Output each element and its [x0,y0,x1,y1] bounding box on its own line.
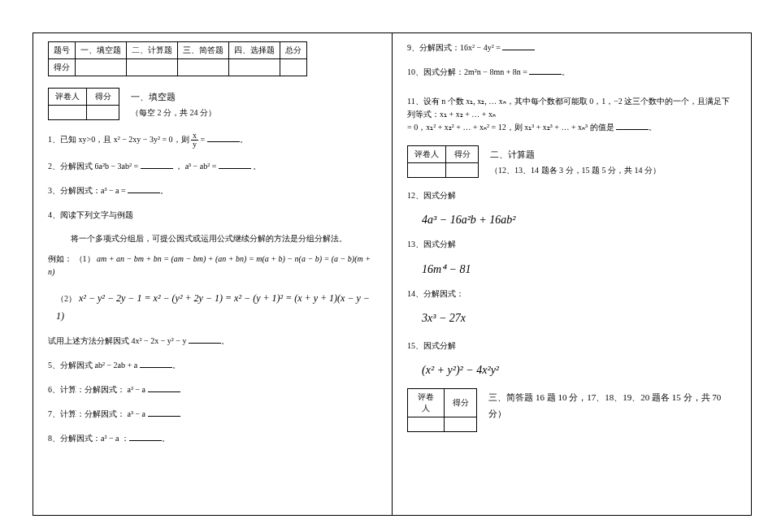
question-14-label: 14、分解因式： [407,288,736,301]
score-cell [76,59,127,76]
mini-cell [445,417,477,432]
mini-score-table: 评卷人 得分 [407,145,479,178]
ex1-pre: （1） [75,254,95,263]
answer-blank [189,335,221,344]
fraction-icon: x y [191,132,198,149]
score-table-main: 题号 一、填空题 二、计算题 三、简答题 四、选择题 总分 得分 [48,41,307,76]
example-label: 例如： （1） am + an − bm + bn = (am − bm) + … [48,253,377,279]
answer-blank [502,42,535,50]
col-header: 题号 [49,42,76,59]
ex2-math: x² − y² − 2y − 1 = x² − (y² + 2y − 1) = … [56,292,370,322]
question-13-expr: 16m⁴ − 81 [422,262,736,276]
q10-text: 10、因式分解：2m²n − 8mn + 8n = [407,67,529,76]
question-15-expr: (x² + y²)² − 4x²y² [422,364,736,377]
mini-header: 得分 [87,89,119,106]
q9-text: 9、分解因式：16x² − 4y² = [407,43,502,52]
answer-blank [129,433,162,441]
frac-den: y [191,141,198,149]
mini-cell [49,106,87,120]
question-3: 3、分解因式：a³ − a = 。 [48,184,377,197]
mini-cell [408,163,446,178]
mini-header: 评卷人 [408,389,445,417]
score-cell [229,59,280,76]
q4-try-text: 试用上述方法分解因式 4x² − 2x − y² − y [48,336,189,345]
q1-text: 1、已知 xy>0，且 x² − 2xy − 3y² = 0，则 [48,135,191,144]
answer-blank [148,384,180,392]
question-9: 9、分解因式：16x² − 4y² = [407,41,736,54]
answer-blank [207,134,240,142]
q7-text: 7、计算：分解因式： a³ − a [48,409,148,418]
q8-text: 8、分解因式：a² − a ： [48,434,129,443]
answer-blank [219,161,251,169]
section-calc-header: 评卷人 得分 二、计算题 （12、13、14 题各 3 分，15 题 5 分，共… [407,145,736,178]
question-5: 5、分解因式 ab² − 2ab + a 。 [48,359,377,372]
mini-score-table: 评卷人 得分 [48,88,119,120]
q5-text: 5、分解因式 ab² − 2ab + a [48,361,140,370]
col-header: 四、选择题 [229,42,280,59]
q4-line1: 将一个多项式分组后，可提公因式或运用公式继续分解的方法是分组分解法。 [71,233,377,244]
col-header: 一、填空题 [76,42,127,59]
q3-text: 3、分解因式：a³ − a = [48,186,128,195]
q4-try: 试用上述方法分解因式 4x² − 2x − y² − y 。 [48,335,377,348]
score-cell [280,59,307,76]
section-calc-sub: （12、13、14 题各 3 分，15 题 5 分，共 14 分） [490,163,661,178]
section-fill-sub: （每空 2 分，共 24 分） [131,106,216,120]
row-label: 得分 [49,59,76,76]
score-cell [127,59,178,76]
mini-score-table: 评卷人 得分 [407,388,477,432]
col-header: 三、简答题 [178,42,229,59]
question-6: 6、计算：分解因式： a³ − a [48,383,377,396]
mini-cell [408,417,445,432]
score-cell [178,59,229,76]
question-8: 8、分解因式：a² − a ：。 [48,432,377,445]
q4-title: 4、阅读下列文字与例题 [48,209,377,222]
q11-l1: 11、设有 n 个数 x₁, x₂, … xₙ，其中每个数都可能取 0，1，−2… [407,95,736,121]
answer-blank [128,185,160,193]
mini-header: 得分 [445,389,477,417]
question-1: 1、已知 xy>0，且 x² − 2xy − 3y² = 0，则 x y = 。 [48,132,377,149]
q11-l2: = 0，x₁² + x₂² + … + xₙ² = 12，则 x₁³ + x₂³… [407,123,616,132]
question-14-expr: 3x³ − 27x [422,312,736,325]
question-7: 7、计算：分解因式： a³ − a [48,408,377,421]
question-10: 10、因式分解：2m²n − 8mn + 8n = 。 [407,66,736,79]
section-fill-title: 一、填空题 [131,89,216,106]
question-12-expr: 4a³ − 16a²b + 16ab² [422,214,736,227]
answer-blank [140,360,172,368]
q1-post: = [201,135,207,144]
section-calc-title: 二、计算题 [490,147,661,163]
section-ans-header: 评卷人 得分 三、简答题 16 题 10 分，17、18、19、20 题各 15… [407,388,736,432]
answer-blank [529,67,562,75]
question-2: 2、分解因式 6a²b − 3ab² = ， a³ − ab² = 。 [48,160,377,173]
q2-pre: 2、分解因式 6a²b − 3ab² = [48,162,141,171]
question-4: 4、阅读下列文字与例题 [48,209,377,222]
example-2: （2） x² − y² − 2y − 1 = x² − (y² + 2y − 1… [56,290,377,325]
ex-label: 例如： [48,254,72,263]
mini-header: 评卷人 [408,146,446,163]
section-fill-header: 评卷人 得分 一、填空题 （每空 2 分，共 24 分） [48,88,377,120]
mini-header: 评卷人 [49,89,87,106]
mini-cell [446,163,479,178]
answer-blank [141,161,173,169]
question-12-label: 12、因式分解 [407,189,736,202]
q6-text: 6、计算：分解因式： a³ − a [48,385,148,394]
ex1-math: am + an − bm + bn = (am − bm) + (an + bn… [48,254,371,276]
answer-blank [148,409,180,417]
question-15-label: 15、因式分解 [407,340,736,353]
section-ans-title: 三、简答题 16 题 10 分，17、18、19、20 题各 15 分，共 70… [488,390,736,422]
col-header: 二、计算题 [127,42,178,59]
question-13-label: 13、因式分解 [407,238,736,251]
q2-mid: ， a³ − ab² = [175,162,219,171]
col-header: 总分 [280,42,307,59]
question-11: 11、设有 n 个数 x₁, x₂, … xₙ，其中每个数都可能取 0，1，−2… [407,95,736,134]
answer-blank [616,122,649,130]
mini-header: 得分 [446,146,479,163]
ex2-pre: （2） [56,294,76,303]
q2-post: 。 [253,162,261,171]
mini-cell [87,106,119,120]
